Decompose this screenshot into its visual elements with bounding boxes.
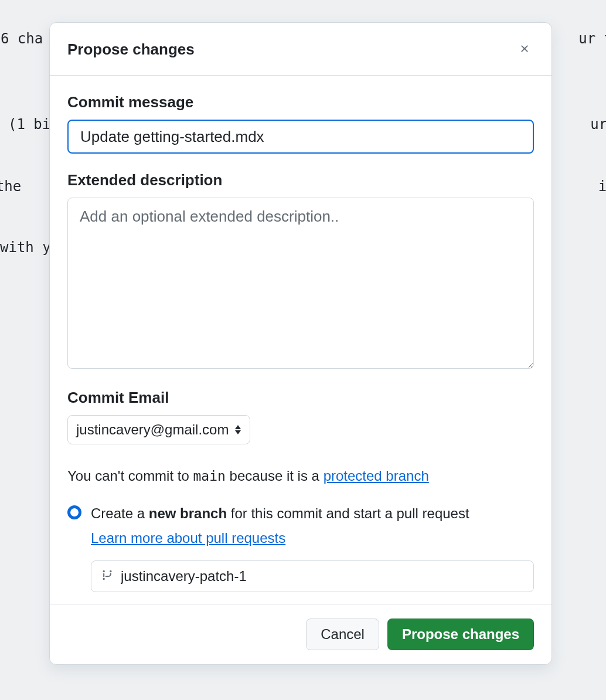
commit-email-value: justincavery@gmail.com xyxy=(76,422,229,438)
git-branch-icon xyxy=(101,569,114,584)
branch-name-input[interactable] xyxy=(121,568,524,585)
background-text: o 6 cha xyxy=(0,30,43,47)
protected-branch-notice: You can't commit to main because it is a… xyxy=(67,465,534,487)
create-branch-option[interactable]: Create a new branch for this commit and … xyxy=(67,503,534,549)
background-text: (1 bi xyxy=(8,116,50,132)
modal-footer: Cancel Propose changes xyxy=(50,604,551,664)
extended-description-textarea[interactable] xyxy=(67,198,534,369)
close-button[interactable] xyxy=(515,39,534,60)
branch-name-mono: main xyxy=(193,468,225,484)
modal-title: Propose changes xyxy=(67,40,195,59)
protected-branch-link[interactable]: protected branch xyxy=(324,468,429,484)
create-branch-label: Create a new branch for this commit and … xyxy=(91,503,469,549)
commit-email-label: Commit Email xyxy=(67,389,534,407)
select-updown-icon xyxy=(234,425,241,434)
background-text: ur tok xyxy=(578,30,606,47)
background-text: in. xyxy=(598,178,606,195)
propose-changes-button[interactable]: Propose changes xyxy=(387,619,534,650)
modal-body: Commit message Extended description Comm… xyxy=(50,76,551,604)
branch-name-field[interactable] xyxy=(91,560,534,592)
modal-header: Propose changes xyxy=(50,23,551,76)
commit-message-input[interactable] xyxy=(67,120,534,154)
commit-message-label: Commit message xyxy=(67,93,534,111)
cancel-button[interactable]: Cancel xyxy=(306,619,379,650)
close-icon xyxy=(519,43,530,56)
background-text: urse y xyxy=(590,116,606,132)
propose-changes-modal: Propose changes Commit message Extended … xyxy=(49,22,552,665)
radio-selected-icon[interactable] xyxy=(67,505,81,519)
extended-description-label: Extended description xyxy=(67,171,534,189)
background-text: k the xyxy=(0,178,21,195)
learn-more-link[interactable]: Learn more about pull requests xyxy=(91,528,469,549)
commit-email-select[interactable]: justincavery@gmail.com xyxy=(67,415,250,444)
